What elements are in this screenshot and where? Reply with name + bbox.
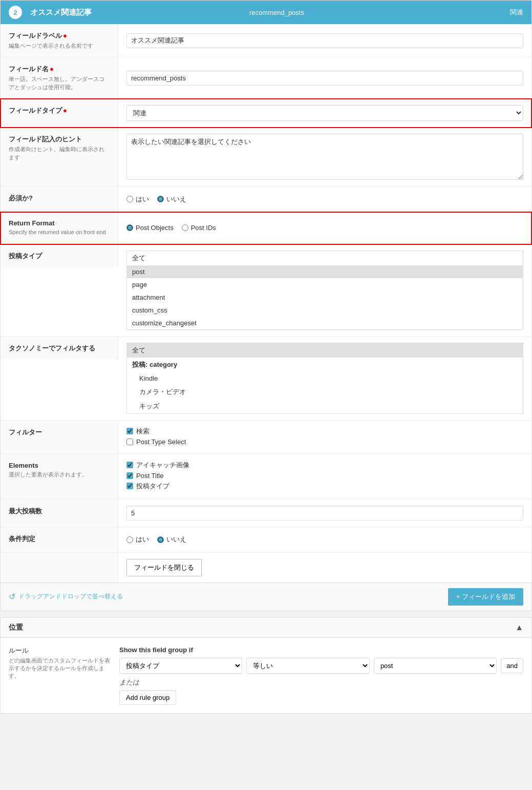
- required-yes-label[interactable]: はい: [126, 195, 149, 204]
- rules-label-sub: どの編集画面でカスタムフィールドを表示するかを決定するルールを作成します。: [9, 657, 111, 680]
- conditional-logic-row: 条件判定 はい いいえ: [1, 527, 531, 553]
- field-hint-title: フィールド記入のヒント: [9, 135, 110, 144]
- conditional-yes-radio[interactable]: [126, 536, 133, 543]
- element-post-title-label[interactable]: Post Title: [126, 472, 523, 480]
- add-rule-button[interactable]: Add rule group: [119, 690, 176, 705]
- required-radio-group: はい いいえ: [126, 195, 523, 204]
- close-row: フィールドを閉じる: [1, 553, 531, 583]
- drag-arrow-icon: ↺: [9, 592, 15, 601]
- post-type-attachment[interactable]: attachment: [127, 291, 523, 304]
- return-format-objects-label[interactable]: Post Objects: [126, 224, 174, 232]
- return-format-objects-radio[interactable]: [126, 224, 133, 231]
- rule-field1-select[interactable]: 投稿タイプ: [119, 658, 242, 674]
- field-hint-value-col: 表示したい関連記事を選択してください: [118, 128, 531, 186]
- max-posts-input[interactable]: [126, 506, 523, 521]
- field-label-col: フィールドラベル● 編集ページで表示される名前です: [1, 24, 118, 57]
- max-posts-col: 最大投稿数: [1, 500, 118, 527]
- field-label-title: フィールドラベル●: [9, 31, 110, 40]
- required-title: 必須か?: [9, 194, 110, 203]
- taxonomy-group-header: 投稿: category: [127, 358, 523, 372]
- filter-post-type-checkbox[interactable]: [126, 439, 133, 445]
- return-format-col: Return Format Specify the returned value…: [1, 212, 118, 243]
- post-type-post[interactable]: post: [127, 265, 523, 278]
- taxonomy-all[interactable]: 全て: [127, 343, 523, 358]
- post-type-col: 投稿タイプ: [1, 244, 118, 268]
- rule-field2-select[interactable]: 等しい: [246, 658, 369, 674]
- taxonomy-filter-row: タクソノミーでフィルタする 全て 投稿: category Kindle カメラ…: [1, 337, 531, 421]
- filter-search-checkbox[interactable]: [126, 428, 133, 434]
- post-type-customize-changeset[interactable]: customize_changeset: [127, 317, 523, 329]
- post-type-row: 投稿タイプ 全て post page attachment custom_css…: [1, 244, 531, 337]
- required-row: 必須か? はい いいえ: [1, 186, 531, 212]
- conditional-logic-title: 条件判定: [9, 534, 110, 544]
- taxonomy-kindle[interactable]: Kindle: [127, 372, 523, 385]
- field-name-input[interactable]: [126, 71, 523, 86]
- close-value-col: フィールドを閉じる: [118, 553, 531, 583]
- post-type-custom-css[interactable]: custom_css: [127, 304, 523, 317]
- max-posts-value-col: [118, 500, 531, 527]
- position-chevron-icon[interactable]: ▲: [515, 623, 523, 632]
- field-body: フィールドラベル● 編集ページで表示される名前です フィールド名● 単一語。スペ…: [1, 24, 531, 583]
- return-format-value-col: Post Objects Post IDs: [118, 212, 531, 243]
- field-label-value-col: [118, 24, 531, 57]
- field-name-row: フィールド名● 単一語。スペース無し。アンダースコアとダッシュは使用可能。: [1, 57, 531, 99]
- field-type-select[interactable]: 関連: [126, 105, 523, 121]
- element-thumbnail-checkbox[interactable]: [126, 462, 133, 468]
- taxonomy-camera[interactable]: カメラ・ビデオ: [127, 385, 523, 399]
- return-format-row: Return Format Specify the returned value…: [1, 212, 531, 244]
- filter-search-label[interactable]: 検索: [126, 427, 523, 436]
- elements-title: Elements: [9, 462, 110, 469]
- element-post-type-label[interactable]: 投稿タイプ: [126, 482, 523, 491]
- rule-field3-select[interactable]: post: [374, 658, 497, 674]
- elements-value-col: アイキャッチ画像 Post Title 投稿タイプ: [118, 454, 531, 499]
- elements-col: Elements 選択した要素が表示されます。: [1, 454, 118, 499]
- conditional-logic-radio-group: はい いいえ: [126, 535, 523, 544]
- taxonomy-filter-col: タクソノミーでフィルタする: [1, 337, 118, 360]
- field-hint-textarea[interactable]: 表示したい関連記事を選択してください: [126, 134, 523, 180]
- position-section: 位置 ▲ ルール どの編集画面でカスタムフィールドを表示するかを決定するルールを…: [0, 617, 532, 714]
- post-type-page[interactable]: page: [127, 278, 523, 291]
- conditional-yes-label[interactable]: はい: [126, 535, 149, 544]
- header-field-name: recommend_posts: [197, 9, 356, 16]
- field-card: 2 オススメ関連記事 recommend_posts 関連 フィールドラベル● …: [0, 0, 532, 611]
- post-type-all[interactable]: 全て: [127, 251, 523, 265]
- rules-value-col: Show this field group if 投稿タイプ 等しい post …: [119, 646, 523, 705]
- position-content: ルール どの編集画面でカスタムフィールドを表示するかを決定するルールを作成します…: [9, 646, 523, 705]
- add-field-button[interactable]: + フィールドを追加: [448, 588, 523, 606]
- element-post-title-checkbox[interactable]: [126, 472, 133, 479]
- field-label-input[interactable]: [126, 33, 523, 48]
- close-col: [1, 553, 118, 583]
- field-label-sub: 編集ページで表示される名前です: [9, 42, 110, 50]
- close-field-button[interactable]: フィールドを閉じる: [126, 559, 202, 576]
- field-type-title: フィールドタイプ●: [9, 106, 110, 115]
- rules-label-title: ルール: [9, 646, 111, 655]
- return-format-title: Return Format: [9, 219, 110, 227]
- element-thumbnail-label[interactable]: アイキャッチ画像: [126, 461, 523, 470]
- required-no-radio[interactable]: [157, 196, 164, 202]
- filter-post-type-label[interactable]: Post Type Select: [126, 438, 523, 446]
- field-name-col: フィールド名● 単一語。スペース無し。アンダースコアとダッシュは使用可能。: [1, 57, 118, 98]
- rule-selects-row: 投稿タイプ 等しい post and: [119, 658, 523, 674]
- field-type-value-col: 関連: [118, 99, 531, 127]
- filters-row: フィルター 検索 Post Type Select: [1, 421, 531, 454]
- elements-row: Elements 選択した要素が表示されます。 アイキャッチ画像 Post Ti…: [1, 454, 531, 500]
- conditional-no-label[interactable]: いいえ: [157, 535, 186, 544]
- field-hint-sub: 作成者向けヒント。編集時に表示されます: [9, 145, 110, 161]
- required-value-col: はい いいえ: [118, 186, 531, 212]
- taxonomy-filter-value-col: 全て 投稿: category Kindle カメラ・ビデオ キッズ: [118, 337, 531, 420]
- required-yes-radio[interactable]: [126, 196, 133, 202]
- element-post-type-checkbox[interactable]: [126, 483, 133, 489]
- required-no-label[interactable]: いいえ: [157, 195, 186, 204]
- return-format-sub: Specify the returned value on front end: [9, 228, 110, 236]
- max-posts-title: 最大投稿数: [9, 507, 110, 516]
- max-posts-row: 最大投稿数: [1, 500, 531, 527]
- return-format-ids-radio[interactable]: [182, 224, 188, 231]
- elements-sub: 選択した要素が表示されます。: [9, 471, 110, 479]
- return-format-radio-group: Post Objects Post IDs: [126, 224, 523, 232]
- and-button[interactable]: and: [501, 658, 523, 673]
- field-label-row: フィールドラベル● 編集ページで表示される名前です: [1, 24, 531, 57]
- taxonomy-filter-title: タクソノミーでフィルタする: [9, 344, 110, 353]
- return-format-ids-label[interactable]: Post IDs: [182, 224, 216, 232]
- conditional-no-radio[interactable]: [157, 536, 164, 543]
- taxonomy-kids[interactable]: キッズ: [127, 399, 523, 413]
